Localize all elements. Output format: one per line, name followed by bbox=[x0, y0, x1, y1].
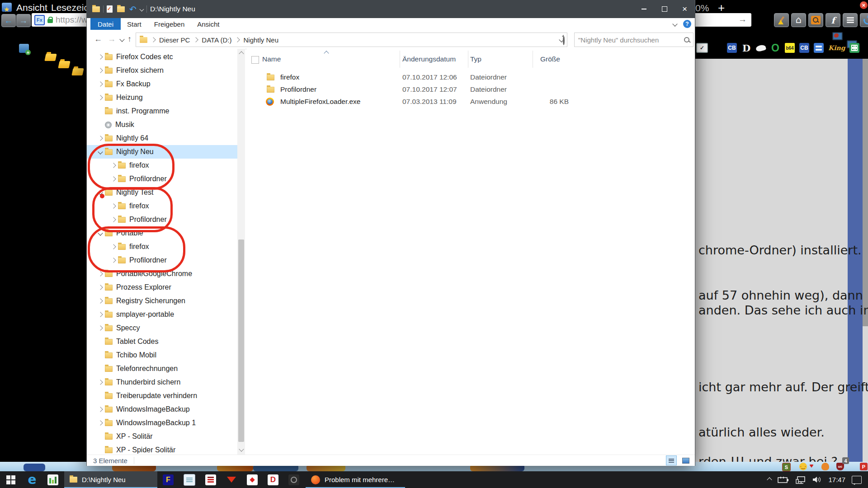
breadcrumb-nightly-neu[interactable]: Nightly Neu bbox=[243, 36, 278, 44]
tree-item[interactable]: Nightly Test bbox=[87, 186, 237, 199]
addon-p-icon[interactable]: P bbox=[860, 463, 868, 470]
battery-icon[interactable] bbox=[778, 476, 789, 483]
tree-item[interactable]: Prozess Explorer bbox=[87, 281, 237, 294]
tree-item[interactable]: Thunderbird sichern bbox=[87, 375, 237, 389]
file-row[interactable]: Profilordner07.10.2017 12:07Dateiordner bbox=[247, 84, 695, 96]
tree-item[interactable]: Heizung bbox=[87, 91, 237, 104]
ribbon-collapse-icon[interactable] bbox=[672, 21, 677, 26]
home-icon[interactable]: ⌂ bbox=[791, 13, 806, 27]
zoom-page-icon[interactable] bbox=[808, 13, 823, 27]
chevron-right-icon[interactable] bbox=[98, 380, 103, 385]
taskbar-download-icon[interactable] bbox=[226, 474, 237, 485]
tree-item[interactable]: firefox bbox=[87, 159, 237, 172]
letter-o-icon[interactable]: O bbox=[770, 43, 780, 53]
taskbar-camera-icon[interactable] bbox=[288, 474, 299, 485]
chevron-right-icon[interactable] bbox=[98, 54, 103, 59]
tree-item[interactable]: Profilordner bbox=[87, 253, 237, 267]
menu-ansicht[interactable]: Ansicht bbox=[16, 2, 47, 13]
bookmark-folder-icon[interactable] bbox=[71, 68, 84, 75]
tree-item[interactable]: XP - Spider Solitär bbox=[87, 443, 237, 455]
addon-s-icon[interactable]: S bbox=[782, 463, 791, 471]
network-icon[interactable] bbox=[796, 476, 806, 484]
chevron-right-icon[interactable] bbox=[98, 271, 103, 276]
tree-item[interactable]: inst. Programme bbox=[87, 104, 237, 118]
new-folder-icon[interactable] bbox=[117, 6, 125, 12]
flash-icon[interactable]: f bbox=[826, 13, 840, 27]
monitor-icon[interactable] bbox=[832, 32, 843, 40]
tree-item[interactable]: Musik bbox=[87, 118, 237, 131]
refresh-icon[interactable] bbox=[563, 36, 565, 45]
chevron-right-icon[interactable] bbox=[98, 407, 103, 412]
quick-access-dropdown-icon[interactable] bbox=[139, 7, 144, 11]
dropdown-red-icon[interactable] bbox=[809, 465, 814, 470]
url-bar-end[interactable]: → bbox=[695, 13, 751, 27]
cb-badge-icon[interactable]: CB bbox=[727, 43, 737, 53]
chevron-right-icon[interactable] bbox=[111, 163, 116, 168]
taskbar-notepad-icon[interactable] bbox=[184, 474, 195, 486]
chevron-right-icon[interactable] bbox=[98, 136, 103, 141]
chevron-right-icon[interactable] bbox=[111, 258, 116, 263]
close-tab-icon[interactable]: × bbox=[860, 1, 868, 9]
undo-icon[interactable]: ↶ bbox=[129, 5, 137, 14]
chevron-right-icon[interactable] bbox=[111, 176, 116, 181]
tree-item[interactable]: XP - Solitär bbox=[87, 430, 237, 443]
tab-datei[interactable]: Datei bbox=[90, 18, 121, 30]
tree-item[interactable]: firefox bbox=[87, 199, 237, 213]
column-name[interactable]: Name bbox=[262, 55, 281, 63]
browser-back-button[interactable]: ← bbox=[1, 14, 16, 27]
chevron-right-icon[interactable] bbox=[98, 68, 103, 73]
title-bar[interactable]: ↶ D:\Nightly Neu × bbox=[87, 0, 695, 18]
tray-expand-icon[interactable] bbox=[767, 477, 772, 482]
scroll-up-icon[interactable] bbox=[239, 51, 244, 56]
chevron-right-icon[interactable] bbox=[98, 298, 103, 303]
fox-icon[interactable] bbox=[821, 463, 829, 470]
column-size[interactable]: Größe bbox=[540, 55, 560, 63]
tree-item[interactable]: WindowsImageBackup bbox=[87, 403, 237, 416]
cb-badge-icon[interactable]: CB bbox=[799, 43, 809, 53]
tree-item[interactable]: Firefox Codes etc bbox=[87, 50, 237, 64]
chevron-right-icon[interactable] bbox=[98, 312, 103, 317]
chevron-right-icon[interactable] bbox=[98, 325, 103, 330]
list-icon[interactable] bbox=[843, 13, 858, 27]
smiley-icon[interactable]: ·‿· bbox=[799, 463, 807, 470]
close-button[interactable]: × bbox=[675, 0, 695, 18]
taskbar-doc-icon[interactable] bbox=[205, 474, 216, 485]
tree-item[interactable]: Treiberupdate verhindern bbox=[87, 389, 237, 403]
tab-ansicht[interactable]: Ansicht bbox=[191, 18, 226, 30]
chevron-right-icon[interactable] bbox=[98, 95, 103, 100]
breadcrumb-dieser-pc[interactable]: Dieser PC bbox=[159, 36, 190, 44]
tree-item[interactable]: Fx Backup bbox=[87, 77, 237, 91]
speaker-icon[interactable] bbox=[812, 476, 822, 483]
tree-item[interactable]: smplayer-portable bbox=[87, 308, 237, 321]
bookmark-folder-icon[interactable] bbox=[58, 61, 70, 68]
windows-logo-icon[interactable] bbox=[712, 43, 722, 53]
tree-item[interactable]: PortableGoogleChrome bbox=[87, 267, 237, 281]
url-bar[interactable]: Fx https://w bbox=[32, 13, 96, 27]
tree-item[interactable]: Profilordner bbox=[87, 213, 237, 226]
tree-item[interactable]: Tablet Codes bbox=[87, 335, 237, 348]
address-bar[interactable]: Dieser PC DATA (D:) Nightly Neu bbox=[136, 33, 567, 47]
table-grid-icon[interactable] bbox=[849, 43, 859, 53]
chevron-right-icon[interactable] bbox=[111, 203, 116, 208]
bookmark-folder-icon[interactable] bbox=[44, 54, 57, 61]
scroll-down-icon[interactable] bbox=[239, 446, 244, 451]
start-button[interactable] bbox=[0, 471, 22, 488]
chevron-down-icon[interactable] bbox=[98, 149, 103, 154]
tab-start[interactable]: Start bbox=[121, 18, 148, 30]
tree-item[interactable]: Firefox sichern bbox=[87, 64, 237, 77]
tree-item[interactable]: Registry Sicherungen bbox=[87, 294, 237, 308]
go-arrow-icon[interactable]: → bbox=[738, 14, 747, 24]
letter-d-icon[interactable]: D bbox=[741, 43, 751, 53]
b64-badge-icon[interactable]: b64 bbox=[785, 43, 795, 53]
nav-history-dropdown-icon[interactable] bbox=[119, 37, 124, 42]
tree-item[interactable]: firefox bbox=[87, 240, 237, 253]
breadcrumb-data-d[interactable]: DATA (D:) bbox=[202, 36, 231, 44]
taskbar-app-icon[interactable] bbox=[42, 471, 63, 488]
nav-forward-button[interactable]: → bbox=[108, 35, 116, 43]
column-date[interactable]: Änderungsdatum bbox=[402, 55, 456, 63]
task-button-explorer[interactable]: D:\Nightly Neu bbox=[64, 471, 157, 488]
file-row[interactable]: firefox07.10.2017 12:06Dateiordner bbox=[247, 71, 695, 84]
chevron-right-icon[interactable] bbox=[111, 244, 116, 249]
refresh-icon[interactable] bbox=[860, 13, 868, 27]
add-bookmark-icon[interactable] bbox=[19, 44, 29, 53]
